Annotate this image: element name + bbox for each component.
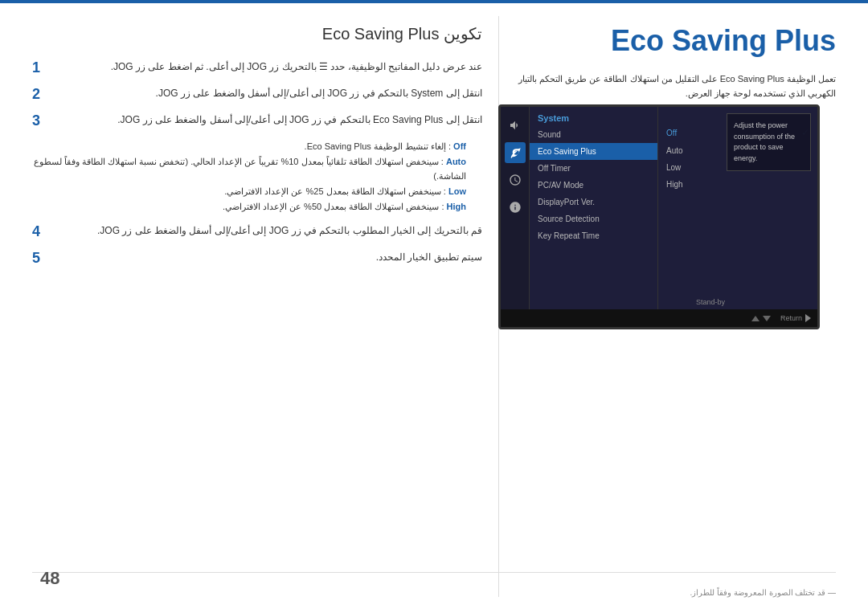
bullet-auto-text: : سينخفض استهلاك الطاقة تلقائياً بمعدل 1… bbox=[34, 157, 466, 182]
step-1-text: عند عرض دليل المفاتيح الوظيفية، حدد ☰ با… bbox=[56, 59, 482, 75]
settings-icon bbox=[509, 174, 522, 186]
bullet-off-label: Off bbox=[453, 141, 466, 151]
menu-item-pc-av[interactable]: PC/AV Mode bbox=[530, 177, 657, 194]
low-label: Low bbox=[666, 163, 681, 172]
step-1-number: 1 bbox=[32, 59, 48, 76]
bullet-high-label: High bbox=[447, 202, 466, 211]
step-3: انتقل إلى Eco Saving Plus بالتحكم في زر … bbox=[32, 112, 482, 129]
nav-up-icon bbox=[751, 316, 760, 321]
step-5-number: 5 bbox=[32, 250, 48, 267]
monitor-info-box: Adjust the power consumption of the prod… bbox=[727, 113, 811, 171]
step-4-number: 4 bbox=[32, 223, 48, 240]
submenu-high[interactable]: High bbox=[658, 176, 817, 193]
nav-down-icon bbox=[763, 316, 771, 321]
menu-item-off-timer[interactable]: Off Timer bbox=[530, 160, 657, 177]
bottom-divider bbox=[32, 572, 836, 573]
left-section: تكوين Eco Saving Plus عند عرض دليل المفا… bbox=[32, 24, 482, 276]
menu-item-sound[interactable]: Sound bbox=[530, 126, 657, 143]
right-section: Eco Saving Plus bbox=[498, 24, 836, 74]
bullet-low: Low : سينخفض استهلاك الطاقة بمعدل 25% عن… bbox=[32, 184, 466, 199]
menu-item-dp-ver[interactable]: DisplayPort Ver. bbox=[530, 194, 657, 210]
bullet-off: Off : إلغاء تنشيط الوظيفة Eco Saving Plu… bbox=[32, 139, 466, 154]
step-2-number: 2 bbox=[32, 86, 48, 103]
page-number: 48 bbox=[40, 568, 59, 589]
bullet-low-label: Low bbox=[448, 186, 466, 196]
monitor-nav-bar: Return bbox=[501, 309, 817, 327]
top-bar bbox=[0, 0, 868, 3]
arabic-page-title: تكوين Eco Saving Plus bbox=[32, 24, 482, 43]
menu-item-source[interactable]: Source Detection bbox=[530, 210, 657, 227]
bullet-low-text: : سينخفض استهلاك الطاقة بمعدل 25% عن الإ… bbox=[224, 186, 446, 196]
menu-item-key-repeat[interactable]: Key Repeat Time bbox=[530, 227, 657, 244]
standby-label: Stand-by bbox=[696, 298, 725, 306]
right-info-main: تعمل الوظيفة Eco Saving Plus على التقليل… bbox=[498, 72, 836, 100]
monitor-menu-title: System bbox=[530, 107, 657, 126]
eco-icon bbox=[509, 146, 522, 159]
monitor-icon-info[interactable] bbox=[505, 197, 526, 218]
bullet-high: High : سينخفض استهلاك الطاقة بمعدل 50% ع… bbox=[32, 199, 466, 215]
bullets-container: Off : إلغاء تنشيط الوظيفة Eco Saving Plu… bbox=[32, 139, 482, 214]
step-4: قم بالتحريك إلى الخيار المطلوب بالتحكم ف… bbox=[32, 223, 482, 240]
steps-container: عند عرض دليل المفاتيح الوظيفية، حدد ☰ با… bbox=[32, 59, 482, 267]
monitor-screen: System Sound Eco Saving Plus Off Timer P… bbox=[498, 104, 820, 329]
step-2-text: انتقل إلى System بالتحكم في زر JOG إلى أ… bbox=[56, 86, 482, 101]
bullet-high-text: : سينخفض استهلاك الطاقة بمعدل 50% عن الإ… bbox=[223, 202, 444, 211]
auto-label: Auto bbox=[666, 146, 683, 155]
bullet-auto-label: Auto bbox=[446, 157, 466, 166]
step-5-text: سيتم تطبيق الخيار المحدد. bbox=[56, 250, 482, 265]
bullet-auto: Auto : سينخفض استهلاك الطاقة تلقائياً بم… bbox=[32, 154, 466, 184]
monitor-sidebar bbox=[501, 107, 530, 327]
step-5: سيتم تطبيق الخيار المحدد. 5 bbox=[32, 250, 482, 267]
monitor-icon-eco[interactable] bbox=[505, 142, 526, 163]
return-label: Return bbox=[780, 314, 802, 322]
main-title: Eco Saving Plus bbox=[498, 24, 836, 58]
off-label: Off bbox=[666, 129, 677, 137]
monitor-submenu: Off ✓ Auto Low High Adjust the power con… bbox=[658, 107, 817, 327]
step-4-text: قم بالتحريك إلى الخيار المطلوب بالتحكم ف… bbox=[56, 223, 482, 239]
monitor-icon-sound[interactable] bbox=[505, 115, 526, 136]
monitor-icon-timer[interactable] bbox=[505, 170, 526, 190]
sound-icon bbox=[509, 119, 522, 132]
monitor-container: System Sound Eco Saving Plus Off Timer P… bbox=[498, 104, 836, 370]
bullet-off-text: : إلغاء تنشيط الوظيفة Eco Saving Plus. bbox=[305, 141, 451, 151]
high-label: High bbox=[666, 180, 683, 189]
monitor-info-text: Adjust the power consumption of the prod… bbox=[734, 121, 804, 164]
nav-right-icon bbox=[805, 314, 811, 322]
step-3-text: انتقل إلى Eco Saving Plus بالتحكم في زر … bbox=[56, 112, 482, 128]
menu-item-eco-saving[interactable]: Eco Saving Plus bbox=[530, 143, 657, 160]
info-icon bbox=[509, 201, 522, 214]
step-3-number: 3 bbox=[32, 112, 48, 129]
bottom-footnote: ― قد تختلف الصورة المعروضة وفقاً للطراز. bbox=[690, 588, 836, 597]
monitor-main-menu: System Sound Eco Saving Plus Off Timer P… bbox=[530, 107, 658, 327]
step-2: انتقل إلى System بالتحكم في زر JOG إلى أ… bbox=[32, 86, 482, 103]
step-1: عند عرض دليل المفاتيح الوظيفية، حدد ☰ با… bbox=[32, 59, 482, 76]
